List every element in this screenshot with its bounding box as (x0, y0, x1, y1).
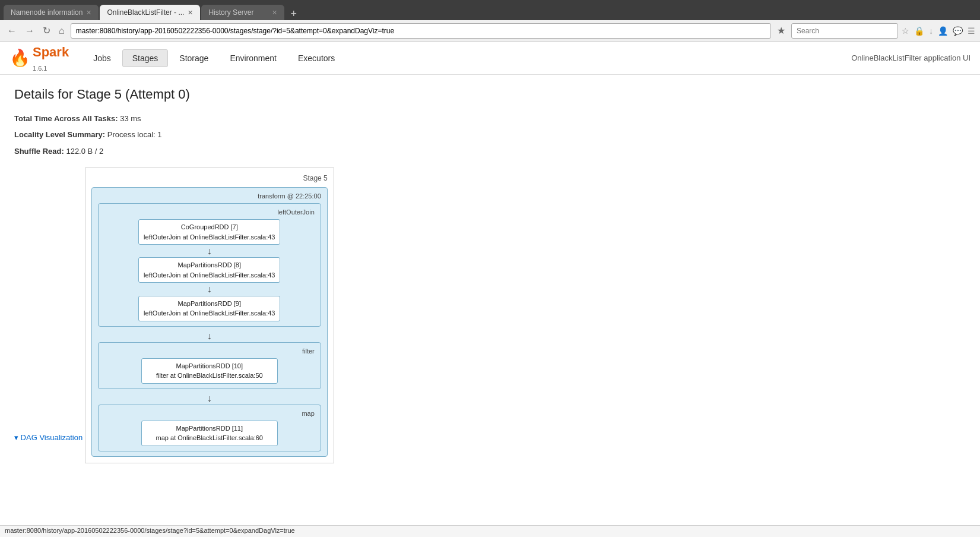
home-button[interactable]: ⌂ (56, 24, 67, 37)
dag-rdd-8-detail: leftOuterJoin at OnlineBlackListFilter.s… (144, 270, 275, 280)
back-button[interactable]: ← (5, 24, 19, 37)
nav-storage[interactable]: Storage (169, 49, 218, 67)
locality-value: Process local: 1 (107, 130, 162, 139)
tab-bar: Namenode information ✕ OnlineBlackListFi… (0, 0, 980, 20)
tab-historyserver[interactable]: History Server ✕ (201, 5, 284, 20)
reload-button[interactable]: ↻ (40, 24, 53, 37)
main-content: Details for Stage 5 (Attempt 0) Total Ti… (0, 75, 980, 475)
new-tab-button[interactable]: + (286, 8, 302, 20)
shuffle-value: 122.0 B / 2 (66, 147, 103, 156)
app-title: OnlineBlackListFilter application UI (851, 53, 971, 62)
dag-rdd-9-detail: leftOuterJoin at OnlineBlackListFilter.s… (144, 308, 275, 318)
dag-section-map: map MapPartitionsRDD [11] map at OnlineB… (98, 405, 321, 451)
dag-section-filter: filter MapPartitionsRDD [10] filter at O… (98, 342, 321, 389)
tab-namenode[interactable]: Namenode information ✕ (4, 5, 99, 20)
chat-icon[interactable]: 💬 (953, 26, 963, 36)
browser-icons: ☆ 🔒 ↓ 👤 💬 ☰ (902, 26, 975, 36)
dag-rdd-7-wrapper: CoGroupedRDD [7] leftOuterJoin at Online… (104, 219, 315, 245)
nav-executors[interactable]: Executors (288, 49, 345, 67)
locality-row: Locality Level Summary: Process local: 1 (14, 128, 966, 141)
tab-close-namenode[interactable]: ✕ (86, 9, 91, 17)
dag-rdd-10-wrapper: MapPartitionsRDD [10] filter at OnlineBl… (104, 358, 315, 384)
nav-jobs[interactable]: Jobs (83, 49, 121, 67)
shuffle-label: Shuffle Read: (14, 147, 64, 156)
forward-button[interactable]: → (23, 24, 37, 37)
page-title: Details for Stage 5 (Attempt 0) (14, 87, 966, 102)
dag-arrow-1: ↓ (104, 245, 315, 257)
bookmark-star-icon[interactable]: ☆ (902, 26, 909, 36)
dag-arrow-2: ↓ (104, 283, 315, 295)
dag-rdd-11-wrapper: MapPartitionsRDD [11] map at OnlineBlack… (104, 421, 315, 446)
tab-close-blacklistfilter[interactable]: ✕ (188, 9, 193, 17)
total-time-label: Total Time Across All Tasks: (14, 114, 118, 123)
dag-rdd-8-wrapper: MapPartitionsRDD [8] leftOuterJoin at On… (104, 257, 315, 283)
dag-rdd-8: MapPartitionsRDD [8] leftOuterJoin at On… (138, 257, 280, 283)
url-input[interactable] (71, 23, 771, 39)
shield-icon[interactable]: 🔒 (914, 26, 924, 36)
spark-flame-icon: 🔥 (9, 50, 30, 67)
tab-blacklistfilter[interactable]: OnlineBlackListFilter - ... ✕ (100, 5, 200, 20)
dag-rdd-9: MapPartitionsRDD [9] leftOuterJoin at On… (138, 296, 280, 321)
dag-rdd-11: MapPartitionsRDD [11] map at OnlineBlack… (141, 421, 278, 446)
dag-arrow-4: ↓ (98, 393, 321, 404)
dag-rdd-11-detail: map at OnlineBlackListFilter.scala:60 (147, 433, 272, 443)
spark-logo-text: Spark (33, 45, 69, 60)
dag-rdd-10-name: MapPartitionsRDD [10] (147, 361, 272, 371)
shuffle-row: Shuffle Read: 122.0 B / 2 (14, 144, 966, 158)
dag-toggle[interactable]: ▾ DAG Visualization (14, 433, 83, 442)
nav-stages[interactable]: Stages (122, 49, 169, 67)
locality-label: Locality Level Summary: (14, 130, 105, 139)
dag-rdd-9-name: MapPartitionsRDD [9] (144, 299, 275, 309)
dag-section-leftouterjoin: leftOuterJoin CoGroupedRDD [7] leftOuter… (98, 203, 321, 326)
dag-rdd-9-wrapper: MapPartitionsRDD [9] leftOuterJoin at On… (104, 296, 315, 321)
spark-logo: 🔥 Spark 1.6.1 (9, 45, 69, 72)
dag-stage-label: Stage 5 (91, 174, 328, 182)
dag-rdd-7: CoGroupedRDD [7] leftOuterJoin at Online… (138, 219, 280, 245)
dag-rdd-7-detail: leftOuterJoin at OnlineBlackListFilter.s… (144, 232, 275, 242)
dag-section-map-label: map (104, 410, 315, 417)
dag-section-filter-label: filter (104, 348, 315, 355)
dag-rdd-10: MapPartitionsRDD [10] filter at OnlineBl… (141, 358, 278, 384)
dag-transform-box: transform @ 22:25:00 leftOuterJoin CoGro… (91, 187, 328, 457)
total-time-row: Total Time Across All Tasks: 33 ms (14, 112, 966, 125)
dag-rdd-11-name: MapPartitionsRDD [11] (147, 424, 272, 434)
dag-rdd-7-name: CoGroupedRDD [7] (144, 222, 275, 232)
dag-rdd-10-detail: filter at OnlineBlackListFilter.scala:50 (147, 371, 272, 381)
dag-section-leftouterjoin-label: leftOuterJoin (104, 209, 315, 216)
main-nav: Jobs Stages Storage Environment Executor… (83, 49, 345, 67)
address-bar: ← → ↻ ⌂ ★ ☆ 🔒 ↓ 👤 💬 ☰ (0, 20, 980, 42)
nav-environment[interactable]: Environment (220, 49, 287, 67)
bookmark-button[interactable]: ★ (775, 24, 788, 37)
search-input[interactable] (791, 23, 898, 39)
dag-rdd-8-name: MapPartitionsRDD [8] (144, 260, 275, 270)
tab-close-historyserver[interactable]: ✕ (272, 9, 277, 17)
app-header: 🔥 Spark 1.6.1 Jobs Stages Storage Enviro… (0, 42, 980, 75)
dag-container: Stage 5 transform @ 22:25:00 leftOuterJo… (85, 168, 334, 463)
dag-outer-label: transform @ 22:25:00 (98, 192, 321, 200)
dag-arrow-3: ↓ (98, 330, 321, 342)
browser-chrome: Namenode information ✕ OnlineBlackListFi… (0, 0, 980, 42)
total-time-value: 33 ms (120, 114, 141, 123)
download-icon[interactable]: ↓ (929, 26, 933, 36)
spark-version: 1.6.1 (33, 65, 69, 72)
menu-icon[interactable]: ☰ (968, 26, 975, 36)
user-icon[interactable]: 👤 (938, 26, 948, 36)
